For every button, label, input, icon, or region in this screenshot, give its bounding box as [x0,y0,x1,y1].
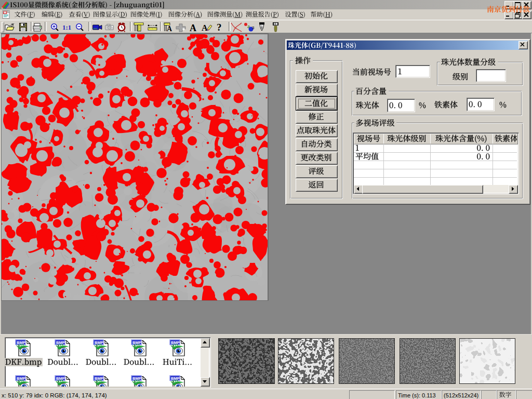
svg-text:DOC: DOC [4,11,8,14]
svg-text:3: 3 [252,25,255,30]
svg-text:A: A [167,25,172,32]
svg-text:A: A [202,23,208,32]
